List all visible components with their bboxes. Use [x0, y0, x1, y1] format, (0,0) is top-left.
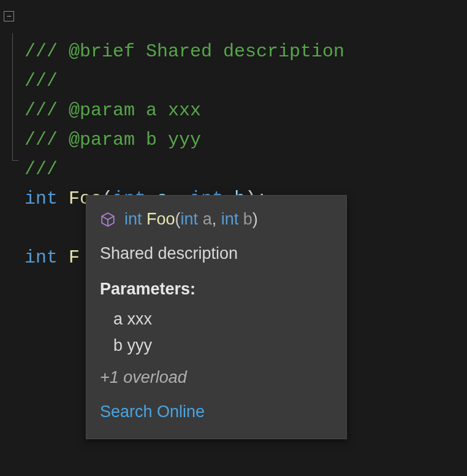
minus-icon: −: [6, 12, 11, 20]
search-online-link[interactable]: Search Online: [100, 399, 333, 425]
tooltip-description: Shared description: [100, 241, 333, 267]
tooltip-signature-text: int Foo(int a, int b): [124, 207, 258, 232]
tooltip-overload-count: +1 overload: [100, 365, 333, 391]
cube-icon: [100, 212, 116, 228]
doc-comment-line: ///: [25, 71, 58, 91]
doc-comment-line: ///: [25, 159, 58, 180]
tooltip-param-row: b yyy: [113, 332, 333, 359]
code-editor[interactable]: − /// @brief Shared description /// /// …: [0, 0, 467, 302]
fold-guide: [12, 33, 13, 161]
gutter: −: [4, 11, 16, 21]
doc-comment-line: /// @param b yyy: [25, 129, 201, 150]
tooltip-signature: int Foo(int a, int b): [100, 207, 333, 232]
tooltip-parameters: a xxx b yyy: [100, 306, 333, 359]
partial-line: int F: [25, 247, 80, 268]
tooltip-param-row: a xxx: [113, 306, 333, 332]
doc-comment-line: /// @brief Shared description: [25, 41, 344, 62]
intellisense-tooltip: int Foo(int a, int b) Shared description…: [86, 195, 347, 439]
tooltip-parameters-heading: Parameters:: [100, 277, 333, 302]
doc-comment-line: /// @param a xxx: [25, 100, 201, 121]
fold-toggle[interactable]: −: [4, 11, 14, 21]
